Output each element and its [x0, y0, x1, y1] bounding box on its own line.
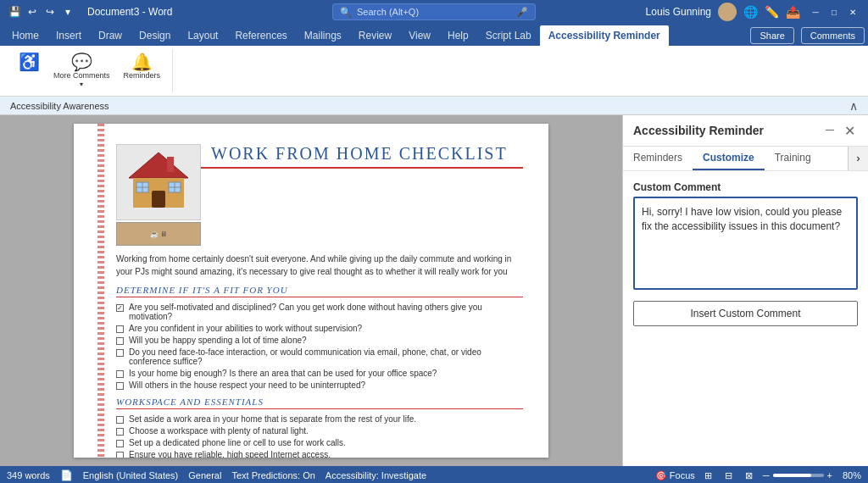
checkbox-8[interactable] [116, 428, 124, 436]
checklist-item-1: ✓ Are you self-motivated and disciplined… [116, 303, 523, 321]
accessibility-status[interactable]: Accessibility: Investigate [326, 470, 426, 480]
doc-title: Document3 - Word [87, 6, 173, 18]
doc-intro: Working from home certainly doesn't suit… [116, 253, 523, 278]
tab-layout[interactable]: Layout [179, 25, 226, 46]
title-bar-left: 💾 ↩ ↪ ▾ Document3 - Word [7, 4, 292, 19]
house-image [116, 144, 201, 220]
side-panel-title: Accessibility Reminder [633, 124, 764, 137]
search-area: 🔍 Search (Alt+Q) 🎤 [292, 3, 576, 20]
checkbox-4[interactable] [116, 349, 124, 357]
reminders-button[interactable]: 🔔 Reminders [119, 51, 166, 91]
page-icon: 📄 [60, 469, 73, 481]
title-bar-right: Louis Gunning 🌐 ✏️ 📤 ─ □ ✕ [576, 3, 861, 21]
side-panel-close-button[interactable]: ✕ [841, 122, 858, 139]
undo-button[interactable]: ↩ [25, 4, 40, 19]
side-panel: Accessibility Reminder ─ ✕ Reminders Cus… [622, 115, 868, 466]
quick-access-toolbar: 💾 ↩ ↪ ▾ [7, 4, 75, 19]
custom-comment-textarea[interactable] [633, 197, 858, 290]
side-panel-tabs: Reminders Customize Training › [623, 147, 868, 171]
tab-draw[interactable]: Draw [90, 25, 131, 46]
zoom-out-button[interactable]: ─ [763, 470, 770, 480]
more-comments-button[interactable]: 💬 More Comments ▾ [48, 51, 115, 91]
accessibility-bar-close[interactable]: ∧ [849, 99, 858, 113]
search-box[interactable]: 🔍 Search (Alt+Q) 🎤 [332, 3, 536, 20]
checkbox-9[interactable] [116, 440, 124, 447]
save-button[interactable]: 💾 [7, 4, 22, 19]
tab-home[interactable]: Home [3, 25, 47, 46]
side-panel-header: Accessibility Reminder ─ ✕ [623, 115, 868, 147]
zoom-level[interactable]: 80% [836, 470, 861, 480]
tab-reminders[interactable]: Reminders [623, 147, 693, 170]
comments-button[interactable]: Comments [801, 27, 865, 44]
pen-icon: ✏️ [765, 5, 779, 19]
svg-rect-1 [167, 157, 174, 172]
view-web-button[interactable]: ⊠ [743, 469, 756, 481]
tab-scriptlab[interactable]: Script Lab [477, 25, 540, 46]
checkbox-2[interactable] [116, 325, 124, 333]
side-panel-minimize[interactable]: ─ [822, 122, 837, 137]
view-general[interactable]: General [188, 470, 221, 480]
checklist-item-3: Will you be happy spending a lot of time… [116, 336, 523, 345]
checkbox-5[interactable] [116, 370, 124, 378]
share-button[interactable]: Share [750, 27, 793, 44]
sidebar-decoration [97, 124, 113, 458]
accessibility-icon-btn[interactable]: ♿ [14, 51, 45, 91]
text-predictions: Text Predictions: On [231, 470, 314, 480]
tab-mailings[interactable]: Mailings [296, 25, 350, 46]
word-count: 349 words [7, 470, 50, 480]
checklist-item-7: Set aside a work area in your home that … [116, 414, 523, 424]
user-avatar[interactable] [718, 3, 737, 21]
custom-comment-section: Custom Comment [633, 181, 858, 292]
tab-training[interactable]: Training [765, 147, 821, 170]
restore-button[interactable]: □ [826, 6, 843, 18]
status-left: 349 words 📄 English (United States) Gene… [7, 469, 426, 481]
checklist-item-5: Is your home big enough? Is there an are… [116, 369, 523, 378]
view-normal-button[interactable]: ⊞ [702, 469, 715, 481]
tab-references[interactable]: References [226, 25, 295, 46]
zoom-control: ─ + 80% [763, 470, 861, 480]
tab-view[interactable]: View [400, 25, 439, 46]
tab-insert[interactable]: Insert [47, 25, 90, 46]
checkbox-6[interactable] [116, 382, 124, 390]
checkbox-3[interactable] [116, 337, 124, 345]
checkbox-1[interactable]: ✓ [116, 304, 124, 312]
checklist-item-10: Ensure you have reliable, high speed Int… [116, 450, 523, 458]
zoom-bar-fill [773, 474, 811, 477]
checkbox-10[interactable] [116, 452, 124, 458]
tab-help[interactable]: Help [439, 25, 477, 46]
tab-accessibility-reminder[interactable]: Accessibility Reminder [540, 25, 669, 46]
status-right: 🎯 Focus ⊞ ⊟ ⊠ ─ + 80% [655, 469, 861, 481]
globe-icon: 🌐 [743, 5, 758, 19]
collapse-icon: › [857, 153, 860, 164]
checklist-item-4: Do you need face-to-face interaction, or… [116, 347, 523, 366]
main-area: ☕ 🖥 Work From Home Checklist Working fro… [0, 115, 868, 466]
panel-collapse-button[interactable]: › [848, 147, 868, 170]
reminders-icon: 🔔 [131, 53, 153, 70]
zoom-in-button[interactable]: + [827, 470, 832, 480]
section1-title: Determine if it's a fit for you [116, 285, 523, 297]
tab-customize[interactable]: Customize [693, 147, 765, 170]
house-svg [120, 148, 197, 216]
section2-title: Workspace and essentials [116, 397, 523, 409]
checklist1: ✓ Are you self-motivated and disciplined… [116, 303, 523, 390]
checklist-item-9: Set up a dedicated phone line or cell to… [116, 438, 523, 447]
checklist2: Set aside a work area in your home that … [116, 414, 523, 458]
insert-custom-comment-button[interactable]: Insert Custom Comment [633, 301, 858, 326]
custom-comment-label: Custom Comment [633, 181, 858, 193]
dropdown-icon: ▾ [80, 80, 83, 88]
close-button[interactable]: ✕ [844, 6, 861, 18]
minimize-button[interactable]: ─ [807, 6, 824, 18]
status-bar: 349 words 📄 English (United States) Gene… [0, 466, 868, 483]
tab-design[interactable]: Design [131, 25, 179, 46]
checkbox-7[interactable] [116, 416, 124, 424]
redo-button[interactable]: ↪ [42, 4, 58, 19]
window-controls: ─ □ ✕ [807, 6, 861, 18]
focus-icon[interactable]: 🎯 Focus [655, 470, 695, 481]
svg-marker-0 [129, 153, 188, 178]
view-reader-button[interactable]: ⊟ [722, 469, 736, 481]
tab-review[interactable]: Review [350, 25, 400, 46]
zoom-bar[interactable] [773, 474, 824, 477]
more-button[interactable]: ▾ [60, 4, 75, 19]
accessibility-bar: Accessibility Awareness ∧ [0, 97, 868, 115]
document-page: ☕ 🖥 Work From Home Checklist Working fro… [74, 124, 548, 458]
